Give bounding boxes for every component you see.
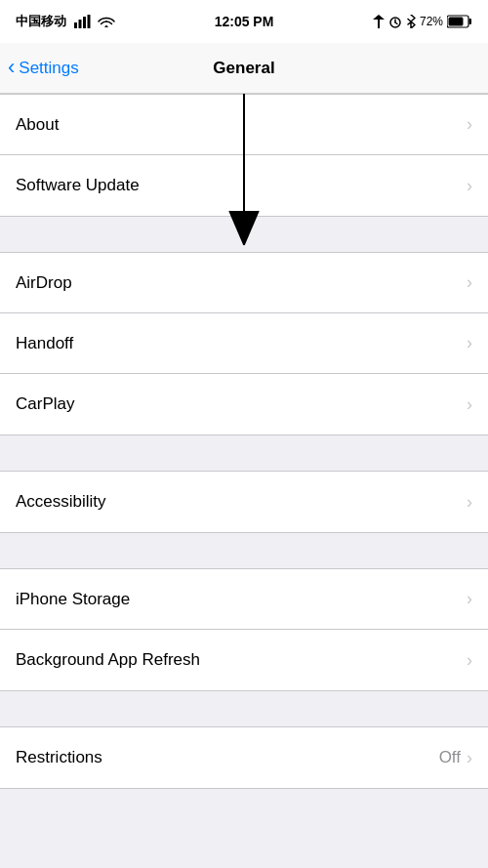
about-item[interactable]: About ›	[0, 95, 488, 155]
airdrop-item-left: AirDrop	[16, 273, 467, 293]
handoff-item[interactable]: Handoff ›	[0, 313, 488, 374]
about-item-right: ›	[467, 114, 472, 135]
carrier-text: 中国移动	[16, 13, 66, 30]
section-group-1: About › Software Update ›	[0, 94, 488, 217]
back-label[interactable]: Settings	[19, 59, 78, 78]
about-label: About	[16, 115, 59, 135]
restrictions-value: Off	[439, 748, 461, 767]
accessibility-item-left: Accessibility	[16, 492, 467, 512]
background-app-refresh-label: Background App Refresh	[16, 650, 200, 670]
location-icon	[373, 15, 385, 28]
status-right: 72%	[373, 15, 472, 28]
restrictions-chevron-icon: ›	[467, 748, 472, 768]
accessibility-item-right: ›	[467, 492, 472, 513]
about-chevron-icon: ›	[467, 114, 472, 135]
settings-list-4: iPhone Storage › Background App Refresh …	[0, 568, 488, 691]
software-update-label: Software Update	[16, 176, 140, 195]
separator-4	[0, 691, 488, 726]
iphone-storage-label: iPhone Storage	[16, 590, 130, 609]
separator-2	[0, 435, 488, 471]
settings-list-1: About › Software Update ›	[0, 94, 488, 217]
iphone-storage-chevron-icon: ›	[467, 589, 472, 609]
airdrop-item[interactable]: AirDrop ›	[0, 253, 488, 313]
section-group-5: Restrictions Off ›	[0, 726, 488, 789]
battery-icon	[447, 15, 472, 28]
iphone-storage-item-left: iPhone Storage	[16, 590, 467, 609]
settings-list-5: Restrictions Off ›	[0, 726, 488, 789]
navigation-bar: ‹ Settings General	[0, 43, 488, 94]
battery-percent: 72%	[420, 15, 443, 28]
background-app-refresh-item-left: Background App Refresh	[16, 650, 467, 670]
back-chevron-icon: ‹	[8, 57, 15, 78]
carplay-label: CarPlay	[16, 394, 74, 414]
back-button[interactable]: ‹ Settings	[8, 58, 79, 78]
section-group-3: Accessibility ›	[0, 471, 488, 533]
carplay-chevron-icon: ›	[467, 394, 472, 415]
alarm-icon	[388, 15, 402, 28]
airdrop-chevron-icon: ›	[467, 272, 472, 293]
airdrop-label: AirDrop	[16, 273, 72, 293]
svg-rect-2	[83, 17, 86, 28]
svg-rect-8	[469, 19, 472, 24]
settings-list-3: Accessibility ›	[0, 471, 488, 533]
software-update-item-right: ›	[467, 176, 472, 196]
svg-rect-3	[88, 15, 91, 28]
wifi-icon	[98, 15, 115, 28]
section-group-2: AirDrop › Handoff › CarPlay ›	[0, 252, 488, 435]
iphone-storage-item-right: ›	[467, 589, 472, 609]
carplay-item-left: CarPlay	[16, 394, 467, 414]
software-update-item-left: Software Update	[16, 176, 467, 195]
software-update-item[interactable]: Software Update ›	[0, 155, 488, 216]
restrictions-item-right: Off ›	[439, 748, 472, 768]
status-left: 中国移动	[16, 13, 115, 30]
separator-3	[0, 533, 488, 568]
bluetooth-icon	[406, 15, 416, 28]
signal-icon	[74, 15, 92, 28]
accessibility-item[interactable]: Accessibility ›	[0, 472, 488, 532]
svg-line-6	[395, 22, 397, 24]
accessibility-label: Accessibility	[16, 492, 106, 512]
settings-list-2: AirDrop › Handoff › CarPlay ›	[0, 252, 488, 435]
handoff-item-left: Handoff	[16, 334, 467, 353]
iphone-storage-item[interactable]: iPhone Storage ›	[0, 569, 488, 630]
background-app-refresh-item[interactable]: Background App Refresh ›	[0, 630, 488, 690]
airdrop-item-right: ›	[467, 272, 472, 293]
handoff-chevron-icon: ›	[467, 333, 472, 353]
handoff-item-right: ›	[467, 333, 472, 353]
page-title: General	[213, 59, 274, 78]
svg-rect-9	[449, 18, 464, 26]
background-app-refresh-item-right: ›	[467, 650, 472, 671]
section-group-4: iPhone Storage › Background App Refresh …	[0, 568, 488, 691]
about-item-left: About	[16, 115, 467, 135]
software-update-chevron-icon: ›	[467, 176, 472, 196]
restrictions-label: Restrictions	[16, 748, 102, 767]
accessibility-chevron-icon: ›	[467, 492, 472, 513]
svg-rect-1	[79, 20, 82, 28]
carplay-item[interactable]: CarPlay ›	[0, 374, 488, 434]
status-time: 12:05 PM	[215, 14, 274, 29]
status-bar: 中国移动 12:05 PM 72%	[0, 0, 488, 43]
background-app-refresh-chevron-icon: ›	[467, 650, 472, 671]
restrictions-item[interactable]: Restrictions Off ›	[0, 727, 488, 788]
separator-1	[0, 217, 488, 252]
carplay-item-right: ›	[467, 394, 472, 415]
handoff-label: Handoff	[16, 334, 73, 353]
restrictions-item-left: Restrictions	[16, 748, 439, 767]
svg-rect-0	[74, 22, 77, 28]
